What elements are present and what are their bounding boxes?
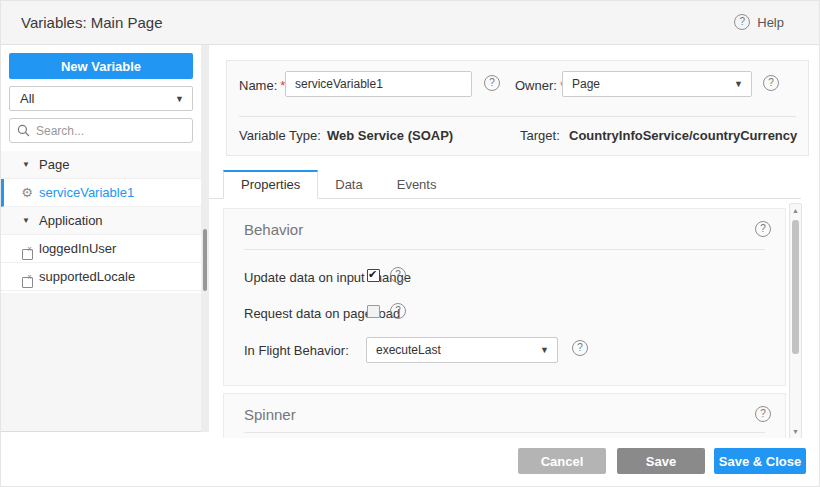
caret-down-icon: ▼ <box>734 72 743 96</box>
spinner-section: Spinner ? <box>223 393 786 438</box>
cancel-button[interactable]: Cancel <box>518 448 606 474</box>
page-title: Variables: Main Page <box>21 14 162 31</box>
tree-item-loggedinuser[interactable]: loggedInUser <box>1 235 201 263</box>
owner-select[interactable]: Page ▼ <box>562 71 752 97</box>
help-label: Help <box>757 15 784 30</box>
webservice-variable-icon: ⚙ <box>19 179 35 207</box>
scroll-up-arrow[interactable]: ▲ <box>790 207 801 214</box>
help-button[interactable]: ? Help <box>734 14 784 30</box>
triangle-down-icon: ▼ <box>22 207 30 235</box>
name-help-icon[interactable]: ? <box>484 75 500 91</box>
tree-item-label: supportedLocale <box>39 263 135 291</box>
sidebar-scrollbar-thumb[interactable] <box>203 229 207 291</box>
variables-dialog: Variables: Main Page ? Help New Variable… <box>0 0 820 487</box>
tab-properties[interactable]: Properties <box>223 170 318 199</box>
update-data-label: Update data on input change <box>244 270 411 285</box>
save-and-close-button[interactable]: Save & Close <box>714 448 806 474</box>
section-divider <box>244 249 765 250</box>
tree-item-label: loggedInUser <box>39 235 116 263</box>
variable-filter-select[interactable]: All ▼ <box>9 86 193 111</box>
section-divider <box>244 432 765 433</box>
search-input[interactable] <box>36 120 186 141</box>
variable-type-value: Web Service (SOAP) <box>327 128 453 143</box>
dialog-header: Variables: Main Page ? Help <box>1 1 820 45</box>
owner-value: Page <box>572 77 600 91</box>
target-value: CountryInfoService/countryCurrency <box>569 128 797 143</box>
search-icon <box>17 124 30 137</box>
in-flight-behavior-help-icon[interactable]: ? <box>572 340 588 356</box>
behavior-section: Behavior ? Update data on input change ?… <box>223 208 786 386</box>
spinner-section-title: Spinner <box>244 406 296 423</box>
save-button[interactable]: Save <box>617 448 705 474</box>
variable-summary-panel: Name:* ? Owner:* Page ▼ ? Variable Type:… <box>226 60 809 156</box>
name-label: Name:* <box>239 78 285 93</box>
sidebar-empty-area <box>1 293 201 431</box>
caret-down-icon: ▼ <box>175 87 184 110</box>
behavior-section-title: Behavior <box>244 221 303 238</box>
name-field[interactable] <box>285 71 472 97</box>
tree-item-label: serviceVariable1 <box>39 179 134 207</box>
tab-bar: Properties Data Events <box>209 170 801 199</box>
in-flight-behavior-label: In Flight Behavior: <box>244 343 349 358</box>
owner-label: Owner:* <box>515 78 565 93</box>
variable-type-label: Variable Type: <box>239 128 321 143</box>
static-variable-icon <box>19 263 35 291</box>
tree-group-label: Application <box>39 207 103 235</box>
variables-tree: ▼ Page ⚙ serviceVariable1 ▼ Application … <box>1 151 201 291</box>
panel-divider <box>239 116 796 117</box>
tree-item-supportedlocale[interactable]: supportedLocale <box>1 263 201 291</box>
update-data-checkbox[interactable] <box>367 269 380 282</box>
spinner-help-icon[interactable]: ? <box>755 406 771 422</box>
content-scrollbar: ▲ ▼ <box>789 203 802 439</box>
tab-data[interactable]: Data <box>318 171 379 198</box>
behavior-help-icon[interactable]: ? <box>755 221 771 237</box>
sidebar-scrollbar <box>201 45 209 432</box>
help-icon: ? <box>734 14 750 30</box>
in-flight-behavior-select[interactable]: executeLast ▼ <box>366 337 558 363</box>
update-data-help-icon[interactable]: ? <box>390 267 406 283</box>
variables-sidebar: New Variable All ▼ ▼ Page ⚙ serviceVaria… <box>1 45 201 432</box>
static-variable-icon <box>19 235 35 263</box>
tab-events[interactable]: Events <box>380 171 454 198</box>
in-flight-behavior-value: executeLast <box>376 343 441 357</box>
dialog-footer: Cancel Save Save & Close <box>1 438 820 487</box>
tree-group-application[interactable]: ▼ Application <box>1 207 201 235</box>
properties-content: Behavior ? Update data on input change ?… <box>209 199 787 438</box>
tree-item-servicevariable1[interactable]: ⚙ serviceVariable1 <box>1 179 201 207</box>
variable-filter-value: All <box>20 91 34 106</box>
tree-group-label: Page <box>39 151 69 179</box>
owner-help-icon[interactable]: ? <box>763 75 779 91</box>
tree-group-page[interactable]: ▼ Page <box>1 151 201 179</box>
request-data-help-icon[interactable]: ? <box>390 303 406 319</box>
triangle-down-icon: ▼ <box>22 151 30 179</box>
new-variable-button[interactable]: New Variable <box>9 53 193 79</box>
target-label: Target: <box>520 128 560 143</box>
content-scrollbar-thumb[interactable] <box>792 220 799 354</box>
search-box <box>9 118 193 143</box>
request-data-checkbox[interactable] <box>367 305 380 318</box>
scroll-down-arrow[interactable]: ▼ <box>790 428 801 435</box>
caret-down-icon: ▼ <box>540 338 549 362</box>
